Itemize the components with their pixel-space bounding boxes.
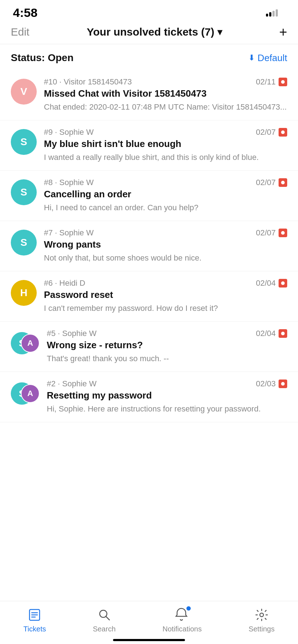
search-label: Search: [93, 625, 116, 633]
ticket-meta-right: 02/03: [256, 379, 287, 388]
content-area: Status: Open ⬇ Default V #10 · Visitor 1…: [0, 44, 298, 465]
ticket-title: My blue shirt isn't blue enough: [44, 138, 287, 150]
ticket-item[interactable]: S #9 · Sophie W 02/07 My blue shirt isn'…: [0, 120, 298, 171]
ticket-date: 02/07: [256, 228, 276, 238]
ticket-number-author: #8 · Sophie W: [44, 178, 94, 187]
add-button[interactable]: +: [279, 25, 287, 39]
ticket-preview: I wanted a really really blue shirt, and…: [44, 151, 287, 163]
ticket-item[interactable]: S #8 · Sophie W 02/07 Cancelling an orde…: [0, 171, 298, 221]
ticket-number-author: #5 · Sophie W: [47, 329, 96, 338]
ticket-meta-right: 02/07: [256, 228, 287, 238]
settings-icon: [254, 607, 270, 623]
ticket-number-author: #10 · Visitor 1581450473: [44, 77, 132, 87]
status-badge-inner: [281, 181, 285, 184]
ticket-content: #5 · Sophie W 02/04 Wrong size - returns…: [47, 329, 287, 364]
status-badge-inner: [281, 80, 285, 84]
default-label: Default: [258, 52, 287, 64]
ticket-date: 02/11: [256, 77, 276, 87]
top-nav: Edit Your unsolved tickets (7) ▾ +: [0, 22, 298, 44]
ticket-item[interactable]: S A #2 · Sophie W 02/03 Resetting my pas…: [0, 372, 298, 422]
svg-line-7: [106, 616, 109, 620]
nav-item-search[interactable]: Search: [86, 607, 123, 633]
status-badge: [279, 178, 287, 187]
status-badge-inner: [281, 281, 285, 285]
avatar-double: S A: [11, 330, 40, 356]
ticket-content: #8 · Sophie W 02/07 Cancelling an order …: [44, 178, 287, 213]
avatar: S: [11, 129, 37, 155]
nav-item-tickets[interactable]: Tickets: [16, 607, 53, 633]
status-badge: [279, 128, 287, 137]
ticket-date: 02/04: [256, 329, 276, 338]
ticket-title: Cancelling an order: [44, 189, 287, 200]
ticket-list: V #10 · Visitor 1581450473 02/11 Missed …: [0, 70, 298, 422]
status-header: Status: Open ⬇ Default: [0, 44, 298, 70]
avatar: S: [11, 230, 37, 256]
tickets-label: Tickets: [23, 625, 46, 633]
ticket-meta: #5 · Sophie W 02/04: [47, 329, 287, 338]
ticket-meta: #7 · Sophie W 02/07: [44, 228, 287, 238]
ticket-meta-right: 02/11: [256, 77, 287, 87]
ticket-content: #9 · Sophie W 02/07 My blue shirt isn't …: [44, 128, 287, 163]
sort-arrow-icon: ⬇: [248, 53, 255, 63]
avatar-secondary: A: [21, 384, 40, 403]
chevron-down-icon[interactable]: ▾: [217, 27, 222, 38]
ticket-title: Wrong size - returns?: [47, 340, 287, 351]
ticket-content: #6 · Heidi D 02/04 Password reset I can'…: [44, 279, 287, 314]
status-badge-inner: [281, 332, 285, 335]
status-badge-inner: [281, 231, 285, 235]
ticket-title: Missed Chat with Visitor 1581450473: [44, 88, 287, 99]
ticket-number-author: #7 · Sophie W: [44, 228, 94, 238]
ticket-number-author: #6 · Heidi D: [44, 279, 85, 288]
ticket-preview: Hi, Sophie. Here are instructions for re…: [47, 403, 287, 415]
status-badge: [279, 329, 287, 338]
status-time: 4:58: [13, 6, 37, 20]
signal-icon: [266, 9, 278, 17]
ticket-item[interactable]: V #10 · Visitor 1581450473 02/11 Missed …: [0, 70, 298, 120]
avatar-secondary: A: [21, 334, 40, 353]
ticket-preview: Hi, I need to cancel an order. Can you h…: [44, 202, 287, 213]
ticket-item[interactable]: H #6 · Heidi D 02/04 Password reset I ca…: [0, 271, 298, 322]
nav-item-settings[interactable]: Settings: [241, 607, 282, 633]
ticket-meta-right: 02/04: [256, 279, 287, 288]
ticket-preview: That's great! thank you so much. --: [47, 353, 287, 364]
ticket-title: Wrong pants: [44, 239, 287, 250]
page-title: Your unsolved tickets (7): [87, 26, 215, 38]
ticket-date: 02/04: [256, 279, 276, 288]
ticket-preview: Not only that, but some shoes would be n…: [44, 252, 287, 264]
ticket-meta-right: 02/07: [256, 128, 287, 137]
ticket-item[interactable]: S A #5 · Sophie W 02/04 Wrong size - ret…: [0, 322, 298, 372]
status-icons: [266, 9, 285, 17]
default-sort-button[interactable]: ⬇ Default: [248, 52, 287, 64]
ticket-meta: #2 · Sophie W 02/03: [47, 379, 287, 388]
ticket-meta-right: 02/07: [256, 178, 287, 187]
edit-button[interactable]: Edit: [11, 26, 30, 38]
status-badge: [279, 78, 287, 86]
status-badge-inner: [281, 382, 285, 386]
ticket-meta: #6 · Heidi D 02/04: [44, 279, 287, 288]
status-badge-inner: [281, 130, 285, 134]
ticket-item[interactable]: S #7 · Sophie W 02/07 Wrong pants Not on…: [0, 221, 298, 271]
ticket-preview: I can't remember my password. How do I r…: [44, 302, 287, 314]
status-badge: [279, 279, 287, 288]
ticket-content: #2 · Sophie W 02/03 Resetting my passwor…: [47, 379, 287, 415]
ticket-number-author: #9 · Sophie W: [44, 128, 94, 137]
ticket-number-author: #2 · Sophie W: [47, 379, 96, 388]
search-icon: [96, 607, 112, 623]
avatar: V: [11, 79, 37, 105]
nav-item-notifications[interactable]: Notifications: [155, 607, 209, 633]
bottom-nav: Tickets Search Notifications Settings: [0, 601, 298, 644]
ticket-meta: #8 · Sophie W 02/07: [44, 178, 287, 187]
status-badge: [279, 229, 287, 237]
home-indicator: [113, 639, 185, 641]
svg-point-8: [260, 613, 263, 617]
ticket-content: #10 · Visitor 1581450473 02/11 Missed Ch…: [44, 77, 287, 113]
ticket-date: 02/07: [256, 178, 276, 187]
avatar: H: [11, 280, 37, 306]
ticket-meta: #9 · Sophie W 02/07: [44, 128, 287, 137]
tickets-icon: [27, 607, 42, 623]
notifications-icon: [174, 607, 190, 623]
nav-title: Your unsolved tickets (7) ▾: [87, 26, 222, 38]
ticket-title: Password reset: [44, 289, 287, 300]
status-label: Status: Open: [11, 52, 73, 64]
settings-label: Settings: [249, 625, 275, 633]
